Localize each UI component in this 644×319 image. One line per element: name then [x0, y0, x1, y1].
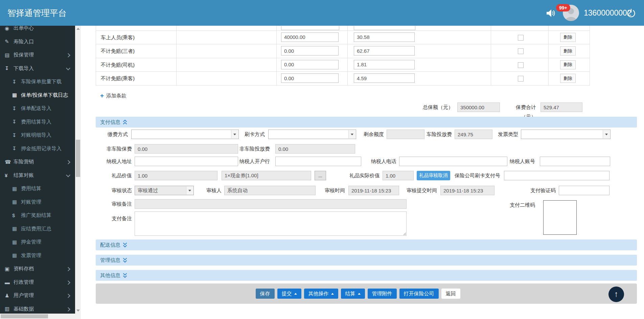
- delete-row-button[interactable]: 删除: [560, 60, 576, 69]
- sidebar-item-fee-settlement[interactable]: 费用结算: [0, 182, 75, 196]
- audit-submit-time-input: [440, 186, 495, 195]
- taxpayer-phone-input[interactable]: [399, 157, 507, 166]
- delete-row-button[interactable]: 删除: [560, 33, 576, 42]
- taxpayer-account-label: 纳税人账号: [507, 157, 535, 166]
- sidebar-item-policy-download-log[interactable]: 保单/投保单下载日志: [0, 89, 75, 102]
- globe-icon: [5, 26, 14, 31]
- sidebar-item-label: 投保管理: [14, 52, 34, 58]
- payment-section-header[interactable]: 支付信息: [96, 117, 637, 128]
- clipped-input: [281, 26, 339, 30]
- clause-amount-input[interactable]: [281, 46, 339, 55]
- taxpayer-bank-input[interactable]: [275, 157, 361, 166]
- chevron-right-icon: [66, 280, 70, 285]
- sidebar-item-download-import[interactable]: 下载导入: [0, 62, 75, 75]
- clause-amount-input[interactable]: [281, 73, 339, 83]
- other-section-header[interactable]: 其他信息: [96, 270, 637, 281]
- sidebar-item-user-management[interactable]: 用户管理: [0, 289, 75, 302]
- submit-button[interactable]: 提交: [277, 289, 301, 299]
- sidebar-item-label: 出单中心: [14, 26, 34, 31]
- sidebar-item-life-insurance-entry[interactable]: 寿险入口: [0, 35, 75, 49]
- sidebar-item-issue-center[interactable]: 出单中心: [0, 26, 75, 35]
- clause-premium-input[interactable]: [354, 73, 415, 83]
- gift-value-label: 礼品价值: [96, 171, 132, 180]
- qr-code-label: 支付二维码: [507, 200, 535, 210]
- pay-method-label: 缴费方式: [96, 130, 128, 139]
- grid-icon: [12, 252, 21, 258]
- horizontal-scrollbar-thumb[interactable]: [1, 314, 48, 318]
- delete-row-button[interactable]: 删除: [560, 74, 576, 83]
- sidebar-item-car-insurance-marketing[interactable]: 车险营销: [0, 155, 75, 169]
- clause-name: 不计免赔(乘客): [101, 72, 135, 85]
- clause-premium-input[interactable]: [354, 46, 415, 55]
- delivery-section-header[interactable]: 配送信息: [96, 240, 637, 250]
- pay-method-select[interactable]: [131, 130, 239, 139]
- sidebar-item-promotion-reward-settlement[interactable]: 推广奖励结算: [0, 209, 75, 222]
- management-section-header[interactable]: 管理信息: [96, 255, 637, 266]
- log-icon: [12, 92, 21, 98]
- taxpayer-address-input[interactable]: [135, 157, 238, 166]
- header-phone-number[interactable]: 13600000002: [584, 0, 631, 26]
- row-checkbox[interactable]: [518, 62, 524, 68]
- card-method-select[interactable]: [268, 130, 356, 139]
- sidebar-item-car-policy-batch-download[interactable]: 车险保单批量下载: [0, 75, 75, 89]
- clause-premium-input[interactable]: [354, 32, 415, 42]
- pay-note-textarea[interactable]: [135, 211, 407, 236]
- back-to-top-button[interactable]: ↑: [608, 287, 624, 302]
- scroll-up-arrow-icon[interactable]: [76, 28, 80, 30]
- sidebar-item-reconciliation-detail-import[interactable]: 对账明细导入: [0, 129, 75, 142]
- chevron-right-icon: [66, 294, 70, 298]
- pay-code-input[interactable]: [559, 186, 610, 195]
- add-clause-link[interactable]: + 添加条款: [100, 91, 127, 100]
- sidebar-item-payable-fee-summary[interactable]: 应结费用汇总: [0, 222, 75, 236]
- sidebar-item-administration[interactable]: 行政管理: [0, 276, 75, 289]
- sidebar-item-policy-delivery-import[interactable]: 保单配送导入: [0, 102, 75, 115]
- clause-amount-input[interactable]: [281, 32, 339, 42]
- grid-icon: [12, 239, 21, 245]
- caret-up-icon: [294, 293, 297, 295]
- sidebar-item-insure-management[interactable]: 投保管理: [0, 48, 75, 62]
- horizontal-scrollbar[interactable]: [0, 314, 75, 319]
- sidebar-item-label: 押金管理: [21, 239, 41, 245]
- scroll-down-arrow-icon[interactable]: [76, 310, 80, 312]
- import-icon: [5, 65, 14, 71]
- row-checkbox[interactable]: [518, 76, 524, 82]
- sidebar-item-invoice-management[interactable]: 发票管理: [0, 249, 75, 263]
- other-actions-button[interactable]: 其他操作: [304, 289, 338, 299]
- row-checkbox[interactable]: [518, 48, 524, 54]
- clause-name: 车上人员(乘客): [101, 31, 135, 44]
- vertical-scrollbar-thumb[interactable]: [76, 140, 80, 177]
- sidebar-item-deposit-management[interactable]: 押金管理: [0, 235, 75, 249]
- taxpayer-address-label: 纳税人地址: [96, 157, 132, 166]
- chevron-down-icon: [66, 66, 70, 70]
- speaker-icon[interactable]: [546, 8, 556, 18]
- open-insurance-company-button[interactable]: 打开保险公司: [399, 289, 439, 299]
- invoice-type-select[interactable]: [521, 130, 611, 139]
- gift-more-button[interactable]: ...: [315, 171, 326, 180]
- audit-submit-time-label: 审核提交时间: [404, 186, 437, 195]
- sidebar-item-settlement-reconciliation[interactable]: 结算对账: [0, 169, 75, 182]
- car-fee-label: 车险投放费: [425, 130, 452, 139]
- gift-audit-cancel-button[interactable]: 礼品审核取消: [417, 171, 450, 180]
- sidebar-item-label: 发票管理: [21, 252, 41, 259]
- taxpayer-account-input[interactable]: [540, 157, 610, 166]
- sidebar-item-deposit-record-import[interactable]: 押金抵用记录导入: [0, 142, 75, 156]
- power-icon[interactable]: [626, 8, 636, 18]
- sidebar-item-reconciliation-management[interactable]: 对账管理: [0, 196, 75, 209]
- non-car-premium-input: [135, 144, 238, 154]
- settle-button[interactable]: 结算: [341, 289, 365, 299]
- back-button[interactable]: 返回: [441, 289, 460, 299]
- manage-attachments-button[interactable]: 管理附件: [368, 289, 397, 299]
- company-pay-no-input[interactable]: [504, 171, 610, 180]
- vertical-scrollbar[interactable]: [75, 26, 81, 314]
- save-button[interactable]: 保存: [256, 289, 275, 299]
- premium-total-value: [540, 102, 582, 112]
- clause-premium-input[interactable]: [354, 60, 415, 69]
- import-icon: [12, 145, 21, 152]
- chevron-right-icon: [66, 307, 70, 312]
- sum-insured-value: [457, 102, 500, 112]
- clause-amount-input[interactable]: [281, 60, 339, 69]
- sidebar-item-fee-settlement-import[interactable]: 费用结算导入: [0, 115, 75, 129]
- row-checkbox[interactable]: [518, 35, 524, 41]
- delete-row-button[interactable]: 删除: [560, 46, 576, 55]
- sidebar-item-data-archive[interactable]: 资料存档: [0, 262, 75, 276]
